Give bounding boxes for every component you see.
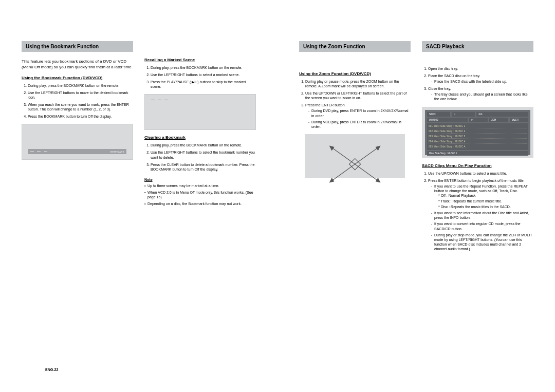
bookmark-bar-label: BOOKMARK [110, 151, 124, 153]
step: Press the BOOKMARK button to turn Off th… [28, 114, 133, 119]
sacd-dash: If you want to see information about the… [431, 211, 533, 220]
subhead-recall: Recalling a Marked Scene [144, 58, 256, 62]
step: Open the disc tray. [428, 66, 533, 71]
steps-recall: During play, press the BOOKMARK button o… [144, 65, 256, 89]
sacd-dash-list: If you want to use the Repeat Function, … [428, 184, 533, 251]
subhead-zoom-fn: Using the Zoom Function (DVD/VCD) [299, 71, 411, 76]
sacd-now-playing: West Side Story : MUSIC 1 [427, 151, 528, 156]
subhead-clear: Clearing a Bookmark [144, 135, 256, 140]
sacd-track-list: 001 West Side Story : MUSIC 1 002 West S… [427, 123, 528, 150]
sacd-sub: Place the SACD disc with the labeled sid… [431, 79, 533, 84]
sacd-dash: During play or stop mode, you can change… [431, 233, 533, 251]
sacd-multi: MULTI [510, 118, 528, 122]
step: Use the UP/DOWN buttons to select a musi… [428, 171, 533, 176]
note-label: Note [144, 178, 256, 181]
sacd-tag: SACD [427, 112, 450, 117]
left-col-1: Using the Bookmark Function This feature… [22, 41, 133, 208]
step: When you reach the scene you want to mar… [28, 102, 133, 111]
right-col-2: SACD Playback Open the disc tray. Place … [422, 41, 533, 254]
step: Press the ENTER button. During DVD play,… [305, 103, 411, 128]
step: Press the PLAY/PAUSE ( ▶II ) buttons to … [151, 80, 256, 89]
svg-line-2 [355, 146, 380, 164]
repeat-modes: * Off : Normal Playback * Track : Repeat… [434, 193, 533, 209]
note-item: When VCD 2.0 is in Menu Off mode only, t… [144, 190, 256, 199]
recall-screenshot [144, 94, 256, 130]
bookmark-bar: BOOKMARK [28, 149, 126, 154]
intro-text: This feature lets you bookmark sections … [22, 59, 133, 70]
note-item: Depending on a disc, the Bookmark functi… [144, 201, 256, 206]
sacd-screenshot: SACD ♫ 2ch 00:00:00 ◻ 2CH MULTI 001 West… [422, 107, 533, 158]
sacd-icon-cell: ◻ [469, 118, 488, 122]
zoom-screenshot [305, 134, 405, 178]
star-item: * Disc : Repeats the music titles in the… [438, 204, 533, 209]
steps-sacd-setup: Open the disc tray. Place the SACD disc … [422, 66, 533, 102]
zoom-sub: During DVD play, press ENTER to zoom in … [308, 108, 411, 118]
step: Close the tray. The tray closes and you … [428, 86, 533, 101]
section-title-bookmark: Using the Bookmark Function [22, 41, 133, 52]
step: Place the SACD disc on the tray. Place t… [428, 73, 533, 84]
svg-marker-1 [330, 146, 334, 150]
step: Use the LEFT/RIGHT buttons to select a m… [151, 72, 256, 77]
sacd-dash: If you want to convert into regular CD m… [431, 221, 533, 231]
zoom-arrows-icon [305, 134, 405, 194]
sacd-track: 002 West Side Story : MUSIC 2 [429, 130, 527, 134]
subhead-sacd-clips: SACD Clips Menu On Play Function [422, 163, 533, 168]
step: Use the UP/DOWN or LEFT/RIGHT buttons to… [305, 91, 411, 100]
note-list: Up to three scenes may be marked at a ti… [144, 183, 256, 206]
svg-line-0 [330, 146, 355, 164]
note-item: Up to three scenes may be marked at a ti… [144, 183, 256, 188]
step: Press the CLEAR button to delete a bookm… [151, 162, 256, 172]
step: Use the LEFT/RIGHT buttons to move to th… [28, 90, 133, 100]
steps-sacd-play: Use the UP/DOWN buttons to select a musi… [422, 171, 533, 251]
section-title-zoom: Using the Zoom Function [299, 41, 411, 52]
right-col-1: Using the Zoom Function Using the Zoom F… [299, 41, 411, 254]
step: During play or pause mode, press the ZOO… [305, 79, 411, 88]
svg-marker-5 [330, 178, 334, 182]
svg-line-6 [355, 164, 380, 182]
step: During play, press the BOOKMARK button o… [151, 65, 256, 70]
star-item: * Track : Repeats the current music titl… [438, 199, 533, 203]
steps-bookmark: During play, press the BOOKMARK button o… [22, 83, 133, 119]
step: Press the ENTER button to begin playback… [428, 178, 533, 251]
left-col-2: Recalling a Marked Scene During play, pr… [144, 41, 256, 208]
svg-marker-7 [376, 178, 380, 182]
page-number-left: ENG-22 [45, 368, 58, 371]
sacd-track: 003 West Side Story : MUSIC 3 [429, 135, 527, 139]
step: During play, press the BOOKMARK button o… [151, 143, 256, 147]
step: During play, press the BOOKMARK button o… [28, 83, 133, 88]
sacd-2ch: 2CH [489, 118, 508, 122]
zoom-sub: During VCD play, press ENTER to zoom in … [308, 120, 411, 129]
sacd-sub: The tray closes and you should get a scr… [431, 92, 533, 101]
section-title-sacd: SACD Playback [422, 41, 533, 52]
sacd-track: 005 West Side Story : MUSIC A [429, 145, 527, 148]
sacd-dash: If you want to use the Repeat Function, … [431, 184, 533, 209]
sacd-mode: 2ch [476, 112, 528, 117]
star-item: * Off : Normal Playback [438, 193, 533, 198]
steps-zoom: During play or pause mode, press the ZOO… [299, 79, 411, 129]
svg-line-4 [330, 164, 355, 182]
bookmark-screenshot: BOOKMARK [22, 124, 133, 160]
sacd-time: 00:00:00 [427, 118, 468, 122]
zoom-sublist: During DVD play, press ENTER to zoom in … [305, 108, 411, 128]
sacd-track: 004 West Side Story : MUSIC 4 [429, 140, 527, 144]
page-left: Using the Bookmark Function This feature… [0, 0, 278, 392]
sacd-icon-cell: ♫ [452, 112, 475, 117]
document-spread: Using the Bookmark Function This feature… [0, 0, 555, 392]
sacd-track: 001 West Side Story : MUSIC 1 [429, 125, 527, 128]
steps-clear: During play, press the BOOKMARK button o… [144, 143, 256, 171]
step: Use the LEFT/RIGHT buttons to select the… [151, 150, 256, 159]
page-right: Using the Zoom Function Using the Zoom F… [278, 0, 555, 392]
svg-marker-3 [376, 146, 380, 150]
subhead-bookmark-fn: Using the Bookmark Function (DVD/VCD) [22, 76, 133, 80]
